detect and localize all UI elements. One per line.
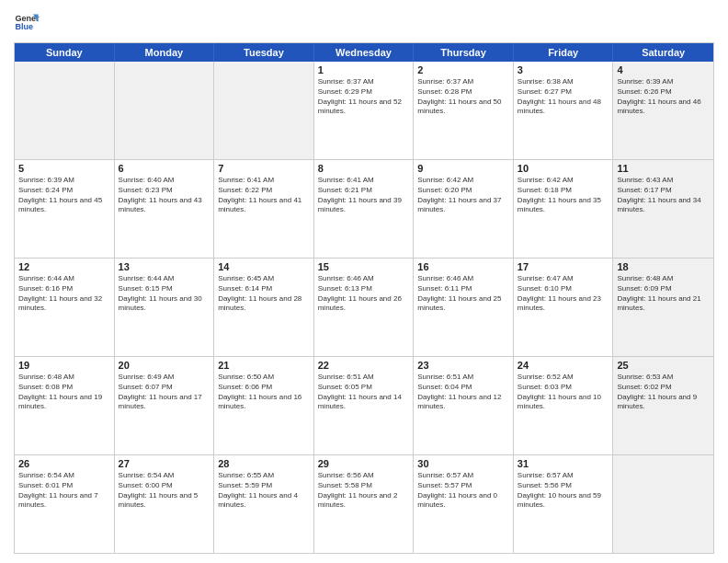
cal-cell: 2Sunrise: 6:37 AMSunset: 6:28 PMDaylight…	[414, 62, 514, 159]
cell-info: Sunrise: 6:38 AMSunset: 6:27 PMDaylight:…	[518, 77, 609, 117]
day-number: 2	[417, 64, 509, 75]
cell-info: Sunrise: 6:47 AMSunset: 6:10 PMDaylight:…	[518, 274, 609, 314]
day-number: 13	[119, 261, 210, 272]
cell-info: Sunrise: 6:43 AMSunset: 6:17 PMDaylight:…	[617, 176, 710, 215]
day-number: 22	[318, 360, 410, 371]
cell-info: Sunrise: 6:42 AMSunset: 6:18 PMDaylight:…	[518, 176, 609, 215]
day-number: 7	[218, 163, 310, 174]
cell-info: Sunrise: 6:49 AMSunset: 6:07 PMDaylight:…	[119, 373, 210, 412]
cal-cell: 7Sunrise: 6:41 AMSunset: 6:22 PMDaylight…	[214, 160, 314, 258]
cal-row-2: 12Sunrise: 6:44 AMSunset: 6:16 PMDayligh…	[15, 259, 713, 357]
cell-info: Sunrise: 6:54 AMSunset: 6:01 PMDaylight:…	[18, 471, 110, 511]
day-number: 4	[617, 64, 710, 75]
cal-cell: 30Sunrise: 6:57 AMSunset: 5:57 PMDayligh…	[414, 455, 514, 553]
cal-cell: 15Sunrise: 6:46 AMSunset: 6:13 PMDayligh…	[314, 259, 415, 356]
cal-cell	[613, 455, 713, 553]
day-number: 25	[617, 360, 710, 371]
cal-cell	[15, 62, 115, 159]
calendar-body: 1Sunrise: 6:37 AMSunset: 6:29 PMDaylight…	[15, 62, 713, 553]
day-number: 19	[18, 360, 110, 371]
day-number: 15	[318, 261, 410, 272]
header-day-sunday: Sunday	[15, 43, 115, 62]
cal-cell: 31Sunrise: 6:57 AMSunset: 5:56 PMDayligh…	[514, 455, 614, 553]
day-number: 28	[218, 458, 310, 469]
cell-info: Sunrise: 6:57 AMSunset: 5:57 PMDaylight:…	[417, 471, 509, 511]
day-number: 9	[417, 163, 509, 174]
cell-info: Sunrise: 6:44 AMSunset: 6:16 PMDaylight:…	[18, 274, 110, 314]
cell-info: Sunrise: 6:48 AMSunset: 6:08 PMDaylight:…	[18, 373, 110, 412]
day-number: 23	[417, 360, 509, 371]
logo-icon: General Blue	[14, 9, 40, 35]
cell-info: Sunrise: 6:44 AMSunset: 6:15 PMDaylight:…	[119, 274, 210, 314]
cal-row-4: 26Sunrise: 6:54 AMSunset: 6:01 PMDayligh…	[15, 455, 713, 553]
cal-cell: 19Sunrise: 6:48 AMSunset: 6:08 PMDayligh…	[15, 357, 115, 454]
cal-cell: 28Sunrise: 6:55 AMSunset: 5:59 PMDayligh…	[214, 455, 314, 553]
cell-info: Sunrise: 6:39 AMSunset: 6:26 PMDaylight:…	[617, 77, 710, 117]
day-number: 24	[518, 360, 609, 371]
day-number: 6	[119, 163, 210, 174]
day-number: 8	[318, 163, 410, 174]
cell-info: Sunrise: 6:50 AMSunset: 6:06 PMDaylight:…	[218, 373, 310, 412]
cell-info: Sunrise: 6:53 AMSunset: 6:02 PMDaylight:…	[617, 373, 710, 412]
cal-cell: 3Sunrise: 6:38 AMSunset: 6:27 PMDaylight…	[514, 62, 614, 159]
cal-row-1: 5Sunrise: 6:39 AMSunset: 6:24 PMDaylight…	[15, 160, 713, 259]
day-number: 12	[18, 261, 110, 272]
day-number: 11	[617, 163, 710, 174]
cal-row-0: 1Sunrise: 6:37 AMSunset: 6:29 PMDaylight…	[15, 62, 713, 160]
cell-info: Sunrise: 6:42 AMSunset: 6:20 PMDaylight:…	[417, 176, 509, 215]
day-number: 20	[119, 360, 210, 371]
day-number: 3	[518, 64, 609, 75]
cell-info: Sunrise: 6:40 AMSunset: 6:23 PMDaylight:…	[119, 176, 210, 215]
header-day-tuesday: Tuesday	[214, 43, 314, 62]
cal-cell: 1Sunrise: 6:37 AMSunset: 6:29 PMDaylight…	[314, 62, 415, 159]
cal-cell: 22Sunrise: 6:51 AMSunset: 6:05 PMDayligh…	[314, 357, 415, 454]
cal-cell: 8Sunrise: 6:41 AMSunset: 6:21 PMDaylight…	[314, 160, 415, 258]
page-header: General Blue	[14, 9, 714, 35]
calendar: SundayMondayTuesdayWednesdayThursdayFrid…	[14, 42, 714, 554]
cal-cell	[115, 62, 215, 159]
cell-info: Sunrise: 6:51 AMSunset: 6:04 PMDaylight:…	[417, 373, 509, 412]
cal-cell: 20Sunrise: 6:49 AMSunset: 6:07 PMDayligh…	[115, 357, 215, 454]
cell-info: Sunrise: 6:45 AMSunset: 6:14 PMDaylight:…	[218, 274, 310, 314]
cal-cell: 5Sunrise: 6:39 AMSunset: 6:24 PMDaylight…	[15, 160, 115, 258]
cal-cell: 11Sunrise: 6:43 AMSunset: 6:17 PMDayligh…	[613, 160, 713, 258]
day-number: 18	[617, 261, 710, 272]
cal-cell: 27Sunrise: 6:54 AMSunset: 6:00 PMDayligh…	[115, 455, 215, 553]
cell-info: Sunrise: 6:46 AMSunset: 6:11 PMDaylight:…	[417, 274, 509, 314]
cal-cell: 29Sunrise: 6:56 AMSunset: 5:58 PMDayligh…	[314, 455, 415, 553]
cal-cell: 13Sunrise: 6:44 AMSunset: 6:15 PMDayligh…	[115, 259, 215, 356]
header-day-saturday: Saturday	[613, 43, 713, 62]
day-number: 31	[518, 458, 609, 469]
cal-cell: 6Sunrise: 6:40 AMSunset: 6:23 PMDaylight…	[115, 160, 215, 258]
cal-cell: 25Sunrise: 6:53 AMSunset: 6:02 PMDayligh…	[613, 357, 713, 454]
header-day-wednesday: Wednesday	[314, 43, 415, 62]
cell-info: Sunrise: 6:48 AMSunset: 6:09 PMDaylight:…	[617, 274, 710, 314]
cal-cell: 26Sunrise: 6:54 AMSunset: 6:01 PMDayligh…	[15, 455, 115, 553]
cal-row-3: 19Sunrise: 6:48 AMSunset: 6:08 PMDayligh…	[15, 357, 713, 455]
cell-info: Sunrise: 6:54 AMSunset: 6:00 PMDaylight:…	[119, 471, 210, 511]
cal-cell: 9Sunrise: 6:42 AMSunset: 6:20 PMDaylight…	[414, 160, 514, 258]
cal-cell: 21Sunrise: 6:50 AMSunset: 6:06 PMDayligh…	[214, 357, 314, 454]
cal-cell: 12Sunrise: 6:44 AMSunset: 6:16 PMDayligh…	[15, 259, 115, 356]
day-number: 5	[18, 163, 110, 174]
calendar-header: SundayMondayTuesdayWednesdayThursdayFrid…	[15, 43, 713, 62]
day-number: 17	[518, 261, 609, 272]
cell-info: Sunrise: 6:52 AMSunset: 6:03 PMDaylight:…	[518, 373, 609, 412]
header-day-monday: Monday	[115, 43, 215, 62]
cal-cell	[214, 62, 314, 159]
svg-text:Blue: Blue	[15, 22, 33, 31]
cell-info: Sunrise: 6:55 AMSunset: 5:59 PMDaylight:…	[218, 471, 310, 511]
cal-cell: 18Sunrise: 6:48 AMSunset: 6:09 PMDayligh…	[613, 259, 713, 356]
day-number: 16	[417, 261, 509, 272]
header-day-thursday: Thursday	[414, 43, 514, 62]
cell-info: Sunrise: 6:41 AMSunset: 6:21 PMDaylight:…	[318, 176, 410, 215]
cell-info: Sunrise: 6:46 AMSunset: 6:13 PMDaylight:…	[318, 274, 410, 314]
cal-cell: 24Sunrise: 6:52 AMSunset: 6:03 PMDayligh…	[514, 357, 614, 454]
day-number: 1	[318, 64, 410, 75]
calendar-page: General Blue SundayMondayTuesdayWednesda…	[0, 0, 728, 563]
logo: General Blue	[14, 9, 40, 35]
cell-info: Sunrise: 6:39 AMSunset: 6:24 PMDaylight:…	[18, 176, 110, 215]
day-number: 29	[318, 458, 410, 469]
cell-info: Sunrise: 6:37 AMSunset: 6:29 PMDaylight:…	[318, 77, 410, 117]
cell-info: Sunrise: 6:51 AMSunset: 6:05 PMDaylight:…	[318, 373, 410, 412]
